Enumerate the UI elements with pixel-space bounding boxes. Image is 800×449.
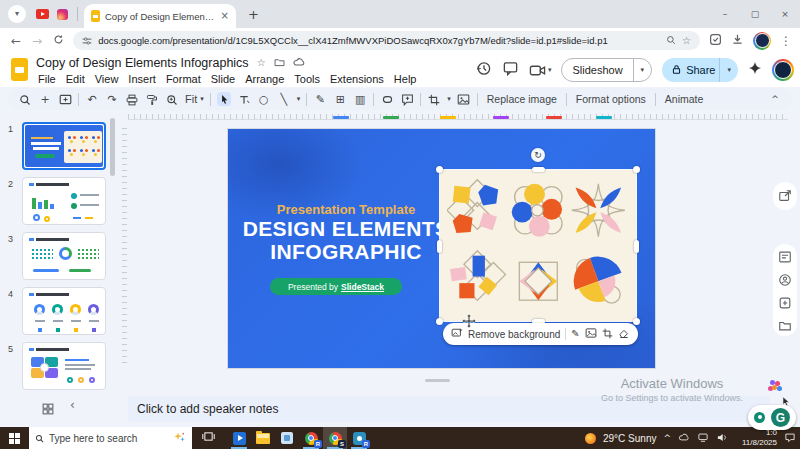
action-center-icon[interactable] <box>784 432 796 445</box>
crop-dropdown-icon[interactable]: ▾ <box>447 96 451 103</box>
account-avatar[interactable] <box>772 59 794 81</box>
tasks-icon[interactable] <box>778 296 792 310</box>
shape-icon[interactable]: ○ <box>257 94 271 105</box>
new-slide-layout-icon[interactable] <box>58 92 72 106</box>
slideshow-dropdown-icon[interactable]: ▾ <box>633 59 652 81</box>
task-view-icon[interactable] <box>202 429 215 447</box>
meet-dropdown-icon[interactable]: ▾ <box>548 67 552 74</box>
paint-format-icon[interactable] <box>145 92 159 105</box>
annotate-pen-icon[interactable]: ✎ <box>571 329 579 339</box>
slide-thumbnail-3[interactable] <box>22 232 106 280</box>
taskbar-search-input[interactable]: Type here to search <box>29 427 192 449</box>
eraser-icon[interactable] <box>618 327 630 341</box>
weather-text[interactable]: 29°C Sunny <box>603 433 656 444</box>
browser-menu-icon[interactable]: ⋮ <box>780 35 792 47</box>
menu-extensions[interactable]: Extensions <box>325 72 389 86</box>
pinned-tab-youtube-icon[interactable] <box>36 9 49 19</box>
slide-thumbnail-1[interactable] <box>22 122 106 170</box>
move-folder-icon[interactable] <box>274 57 285 70</box>
slide-title-line2[interactable]: INFOGRAPHIC <box>228 240 464 264</box>
slides-logo-icon[interactable] <box>11 58 28 81</box>
suggestion-bulb-icon[interactable] <box>754 412 765 423</box>
contacts-icon[interactable] <box>778 273 792 287</box>
menu-edit[interactable]: Edit <box>61 72 90 86</box>
share-button[interactable]: Share ▾ <box>662 58 738 82</box>
line-tool-icon[interactable]: ╲ <box>277 94 291 105</box>
file-explorer-app-icon[interactable] <box>251 427 275 449</box>
back-icon[interactable]: ← <box>11 35 21 47</box>
minimize-button[interactable]: – <box>710 0 740 28</box>
movies-tv-app-icon[interactable] <box>227 427 251 449</box>
notes-resize-handle[interactable] <box>425 379 450 382</box>
document-title[interactable]: Copy of Design Elements Infographics <box>36 56 249 70</box>
menu-insert[interactable]: Insert <box>123 72 161 86</box>
menu-view[interactable]: View <box>90 72 124 86</box>
print-icon[interactable] <box>125 92 139 105</box>
zoom-in-icon[interactable] <box>165 92 179 105</box>
cloud-status-icon[interactable] <box>293 56 305 70</box>
download-icon[interactable] <box>731 32 744 50</box>
recorder-dots-icon[interactable] <box>766 378 782 392</box>
replace-image-icon[interactable] <box>585 327 597 341</box>
menu-file[interactable]: File <box>33 72 61 86</box>
mask-image-icon[interactable] <box>457 92 471 106</box>
forward-icon[interactable]: → <box>32 35 42 47</box>
gemini-sparkle-icon[interactable] <box>748 61 762 79</box>
zoom-select[interactable]: Fit ▾ <box>185 93 204 105</box>
meet-button[interactable]: ▾ <box>529 62 552 79</box>
version-history-icon[interactable] <box>475 60 492 81</box>
volume-icon[interactable] <box>716 432 728 445</box>
pinned-tab-instagram-icon[interactable] <box>57 9 68 20</box>
photos-app-icon[interactable] <box>275 427 299 449</box>
bookmark-star-icon[interactable]: ☆ <box>682 36 691 46</box>
menu-slide[interactable]: Slide <box>206 72 240 86</box>
keep-icon[interactable] <box>778 250 792 264</box>
slide-title-line1[interactable]: DESIGN ELEMENTS <box>228 217 464 241</box>
format-options-button[interactable]: Format options <box>573 93 649 105</box>
address-bar[interactable]: docs.google.com/presentation/d/1C9L5XQCC… <box>73 31 700 50</box>
select-tool-icon[interactable] <box>217 92 231 107</box>
browser-essentials-icon[interactable] <box>709 32 722 50</box>
animate-button[interactable]: Animate <box>662 93 707 105</box>
crop-icon[interactable] <box>427 92 441 105</box>
new-slide-icon[interactable]: + <box>38 94 52 105</box>
tray-expand-icon[interactable]: ^ <box>663 434 671 443</box>
search-menus-icon[interactable] <box>18 92 32 105</box>
close-button[interactable]: × <box>770 0 800 28</box>
replace-image-button[interactable]: Replace image <box>484 93 560 105</box>
comments-icon[interactable] <box>502 60 519 81</box>
grid-view-icon[interactable] <box>42 401 54 419</box>
filmstrip-scrollbar[interactable] <box>110 118 115 176</box>
share-dropdown-icon[interactable]: ▾ <box>719 58 738 82</box>
browser-tab-active[interactable]: Copy of Design Elements Infog × <box>84 4 236 28</box>
taskbar-clock[interactable]: 1:0 11/8/2025 <box>735 428 777 448</box>
undo-icon[interactable]: ↶ <box>85 94 99 105</box>
open-side-panel-icon[interactable] <box>778 189 792 203</box>
tab-search-chevron-icon[interactable]: ▾ <box>8 5 26 23</box>
network-icon[interactable] <box>697 432 709 445</box>
chrome-profile-r-app-icon[interactable]: R <box>299 427 323 449</box>
remove-background-button[interactable]: Remove background <box>468 329 560 340</box>
insert-link-icon[interactable] <box>380 92 394 106</box>
menu-tools[interactable]: Tools <box>289 72 325 86</box>
menu-help[interactable]: Help <box>389 72 422 86</box>
zoom-icon[interactable] <box>666 35 676 47</box>
tab-close-icon[interactable]: × <box>221 11 229 21</box>
text-box-icon[interactable] <box>237 92 251 105</box>
add-comment-icon[interactable] <box>400 92 414 106</box>
reload-icon[interactable] <box>53 34 64 48</box>
browser-profile-avatar[interactable] <box>753 32 771 50</box>
pen-icon[interactable]: ✎ <box>313 94 327 105</box>
slide-thumbnail-5[interactable] <box>22 342 106 390</box>
grammarly-g-icon[interactable]: G <box>771 408 790 427</box>
maximize-button[interactable]: ▢ <box>740 0 770 28</box>
start-button[interactable] <box>9 433 20 444</box>
star-document-icon[interactable]: ☆ <box>257 58 266 68</box>
redo-icon[interactable]: ↷ <box>105 94 119 105</box>
grammarly-widget[interactable]: G <box>748 405 796 430</box>
chart-icon[interactable]: ▥ <box>353 94 367 105</box>
chrome-profile-s-app-icon[interactable]: S <box>323 427 347 449</box>
onedrive-cloud-icon[interactable] <box>678 432 690 445</box>
crop-image-icon[interactable] <box>602 328 613 341</box>
table-icon[interactable]: ⊞ <box>333 94 347 105</box>
